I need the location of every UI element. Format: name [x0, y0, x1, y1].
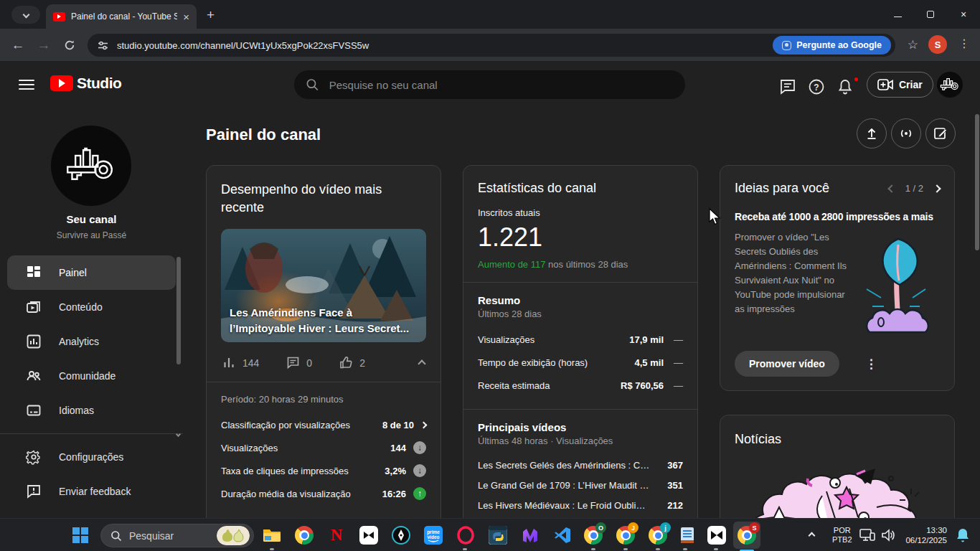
youtube-logo-icon — [50, 75, 73, 91]
flat-trend-icon: — — [674, 334, 683, 345]
sidebar-channel-avatar[interactable] — [51, 126, 131, 206]
profile-badge: j — [660, 522, 671, 533]
taskbar-chrome-profile-j2[interactable]: j — [648, 525, 668, 545]
top-video-row[interactable]: Les Secrets Gelés des Amérindiens : Com.… — [478, 455, 683, 475]
video-thumbnail[interactable]: Les Amérindiens Face à l’Impitoyable Hiv… — [221, 229, 426, 342]
search-highlight-image[interactable] — [217, 526, 250, 545]
go-live-button[interactable] — [891, 118, 921, 149]
top-video-row[interactable]: Le Grand Gel de 1709 : L’Hiver Maudit qu… — [478, 475, 683, 495]
studio-logo[interactable]: Studio — [50, 75, 121, 92]
help-icon[interactable]: ? — [808, 78, 825, 95]
collapse-card-button[interactable] — [419, 357, 425, 369]
sidebar-item-configuracoes[interactable]: Configurações — [7, 440, 176, 474]
taskbar-chrome[interactable] — [294, 525, 314, 545]
browser-tab[interactable]: Painel do canal - YouTube Stud × — [46, 4, 197, 29]
notifications-bell-icon[interactable] — [837, 78, 854, 95]
sidebar-scrollbar[interactable] — [176, 257, 181, 364]
chevron-right-icon[interactable] — [933, 184, 941, 192]
ask-google-label: Pergunte ao Google — [796, 40, 882, 50]
address-bar[interactable]: studio.youtube.com/channel/UCWt1yUx5xgPo… — [88, 34, 895, 57]
taskbar-prime-video[interactable]: prime video — [423, 525, 443, 545]
main-scrollbar[interactable] — [975, 114, 979, 250]
tray-date: 06/12/2025 — [905, 535, 947, 545]
ask-google-button[interactable]: Pergunte ao Google — [773, 36, 891, 55]
metric-label: Visualizações — [221, 443, 278, 453]
metric-row[interactable]: Duração média da visualização 16:26 ↑ — [221, 482, 426, 505]
start-button[interactable] — [70, 525, 90, 545]
chrome-icon: J — [616, 526, 635, 545]
tab-search-button[interactable] — [11, 6, 40, 24]
dashboard-icon — [26, 265, 42, 281]
taskbar-netflix[interactable]: N — [326, 525, 347, 545]
edit-button[interactable] — [925, 118, 956, 149]
ideas-menu-icon[interactable]: ⋮ — [865, 357, 877, 372]
sidebar-item-conteudo[interactable]: Conteúdo — [7, 290, 176, 324]
taskbar-search[interactable] — [100, 524, 254, 547]
network-icon[interactable] — [859, 519, 875, 551]
ideas-pager: 1 / 2 — [889, 183, 940, 194]
bookmark-star-icon[interactable]: ☆ — [908, 37, 918, 52]
taskbar-notepad[interactable] — [677, 525, 697, 545]
sidebar-item-comunidade[interactable]: Comunidade — [7, 359, 176, 393]
taskbar-python[interactable] — [488, 525, 508, 545]
sidebar-item-idiomas[interactable]: Idiomas — [7, 393, 176, 428]
sidebar-item-label: Analytics — [59, 336, 99, 347]
metric-row[interactable]: Classificação por visualizações 8 de 10 — [221, 413, 426, 436]
forward-button[interactable]: → — [32, 29, 56, 61]
profile-badge: S — [749, 522, 760, 533]
studio-header: Studio ? — [0, 61, 980, 108]
channel-avatar[interactable] — [937, 72, 963, 98]
profile-badge: O — [595, 522, 606, 533]
upload-video-button[interactable] — [857, 118, 887, 149]
new-tab-button[interactable]: + — [207, 7, 215, 23]
comment-icon — [286, 356, 300, 369]
taskbar-chrome-profile-o[interactable]: O — [583, 525, 603, 545]
taskbar-vscode[interactable] — [552, 525, 573, 545]
reload-button[interactable] — [57, 29, 82, 61]
top-video-row[interactable]: Les Hivers Médiévaux : Le Froid Oublié q… — [478, 495, 683, 515]
analytics-icon — [26, 334, 42, 349]
tab-close-icon[interactable]: × — [183, 11, 189, 22]
maximize-button[interactable] — [914, 0, 947, 29]
clock[interactable]: 13:30 06/12/2025 — [903, 519, 947, 551]
taskbar-search-input[interactable] — [129, 530, 201, 542]
taskbar-microsoft365[interactable] — [520, 525, 540, 545]
hamburger-menu-icon[interactable] — [19, 77, 34, 93]
promote-video-button[interactable]: Promover vídeo — [735, 351, 839, 377]
language-indicator[interactable]: PORPTB2 — [832, 519, 852, 551]
feedback-comment-icon[interactable] — [779, 78, 796, 95]
sidebar-item-feedback[interactable]: Enviar feedback — [7, 474, 176, 509]
sidebar: Seu canal Survivre au Passé Painel Conte… — [0, 108, 183, 518]
browser-menu-icon[interactable]: ⋮ — [958, 37, 970, 50]
sidebar-item-painel[interactable]: Painel — [7, 255, 176, 290]
volume-icon[interactable] — [881, 519, 895, 551]
sidebar-item-label: Enviar feedback — [59, 486, 131, 497]
taskbar-file-explorer[interactable] — [262, 525, 282, 545]
back-button[interactable]: ← — [6, 29, 30, 61]
taskbar-chrome-profile-J[interactable]: J — [616, 525, 636, 545]
taskbar-notification-bell[interactable] — [956, 519, 970, 551]
tray-expand-button[interactable] — [809, 519, 814, 551]
taskbar-chrome-profile-s-active[interactable]: S — [737, 525, 757, 545]
create-button[interactable]: Criar — [867, 72, 933, 98]
taskbar-opera-gx[interactable] — [456, 525, 476, 545]
svg-text:?: ? — [814, 83, 819, 93]
studio-search-bar[interactable] — [294, 70, 685, 99]
taskbar-capcut-dark[interactable] — [707, 525, 727, 545]
site-settings-icon[interactable] — [98, 40, 108, 51]
thumbs-up-icon — [339, 356, 353, 369]
sidebar-menu: Painel Conteúdo Analytics — [0, 255, 183, 509]
sidebar-item-analytics[interactable]: Analytics — [7, 324, 176, 359]
sidebar-scroll-arrow-icon[interactable] — [176, 426, 180, 439]
url-text[interactable]: studio.youtube.com/channel/UCWt1yUx5xgPo… — [117, 40, 773, 51]
close-button[interactable]: × — [947, 0, 980, 29]
pen-nib-icon — [392, 526, 410, 545]
taskbar-capcut[interactable] — [359, 525, 379, 545]
minimize-button[interactable] — [881, 0, 914, 29]
studio-search-input[interactable] — [329, 79, 674, 91]
taskbar-pen-app[interactable] — [391, 525, 411, 545]
browser-profile-avatar[interactable]: S — [928, 35, 947, 54]
metric-row[interactable]: Taxa de cliques de impressões 3,2% ↓ — [221, 459, 426, 482]
metric-row[interactable]: Visualizações 144 ↓ — [221, 436, 426, 459]
chevron-left-icon[interactable] — [887, 184, 895, 192]
